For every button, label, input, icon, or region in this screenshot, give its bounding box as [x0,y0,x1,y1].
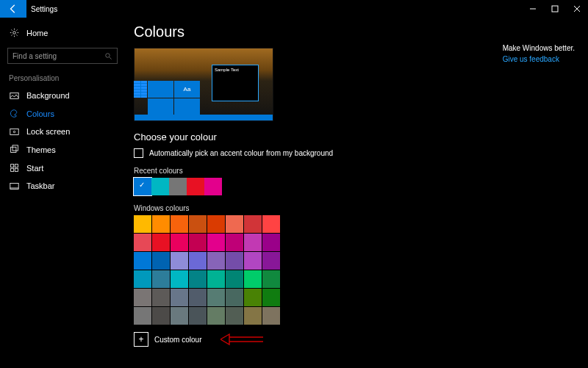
close-icon [573,5,581,12]
colour-swatch[interactable] [262,307,280,325]
colour-swatch[interactable] [189,234,207,251]
svg-rect-12 [10,165,13,167]
sidebar-item-colours[interactable]: Colours [3,104,122,123]
sidebar-item-themes[interactable]: Themes [3,140,122,159]
sidebar-item-lockscreen[interactable]: Lock screen [3,123,122,140]
colour-swatch[interactable] [207,234,225,251]
sidebar-item-label: Colours [26,109,54,118]
colour-swatch[interactable] [134,234,151,251]
gear-icon [9,28,19,37]
home-nav[interactable]: Home [3,24,122,42]
colour-swatch[interactable] [152,234,170,251]
maximize-icon [551,5,559,12]
colour-swatch[interactable] [262,270,280,288]
feedback-panel: Make Windows better. Give us feedback [503,44,575,63]
colour-swatch[interactable] [207,270,225,288]
svg-point-9 [13,131,15,132]
search-input[interactable]: Find a setting [7,48,118,64]
annotation-arrow-icon [220,333,265,346]
home-label: Home [26,29,48,37]
recent-colour-swatch[interactable] [134,178,151,195]
colour-swatch[interactable] [244,289,262,306]
minimize-button[interactable] [522,0,544,18]
colour-swatch[interactable] [152,307,170,325]
colour-swatch[interactable] [262,289,280,306]
sidebar: Home Find a setting Personalisation Back… [0,18,125,368]
colour-swatch[interactable] [244,270,262,288]
colour-swatch[interactable] [171,270,188,288]
checkbox-icon [134,148,143,158]
colour-swatch[interactable] [207,289,225,306]
give-feedback-link[interactable]: Give us feedback [503,55,575,63]
colour-swatch[interactable] [171,234,188,251]
svg-marker-20 [220,334,229,344]
sidebar-item-start[interactable]: Start [3,159,122,177]
colour-swatch[interactable] [134,289,151,306]
recent-colour-swatch[interactable] [204,178,222,195]
recent-colour-swatch[interactable] [151,178,169,195]
svg-point-5 [106,53,110,57]
colour-swatch[interactable] [226,215,243,233]
close-button[interactable] [566,0,588,18]
colour-swatch[interactable] [189,252,207,270]
custom-colour-button[interactable]: + [134,332,148,347]
content-area: Colours Aa Sample Text Choose your colou… [125,18,588,368]
svg-rect-8 [10,129,18,134]
svg-rect-15 [15,168,18,171]
colour-swatch[interactable] [189,289,207,306]
colour-swatch[interactable] [244,307,262,325]
colour-swatch[interactable] [226,289,243,306]
colour-swatch[interactable] [189,270,207,288]
colour-swatch[interactable] [244,252,262,270]
colour-swatch[interactable] [134,252,151,270]
auto-pick-label: Automatically pick an accent colour from… [149,149,333,157]
svg-rect-14 [10,168,13,171]
colour-swatch[interactable] [171,252,188,270]
colour-swatch[interactable] [226,270,243,288]
sidebar-item-label: Start [26,164,43,173]
colour-swatch[interactable] [262,234,280,251]
back-button[interactable] [0,0,26,18]
colour-swatch[interactable] [152,289,170,306]
colour-swatch[interactable] [207,252,225,270]
colour-swatch[interactable] [189,307,207,325]
sidebar-item-label: Lock screen [26,127,70,136]
colour-swatch[interactable] [262,215,280,233]
windows-colours-grid [134,215,281,325]
window-title: Settings [31,5,57,13]
maximize-button[interactable] [544,0,566,18]
recent-colour-swatch[interactable] [169,178,187,195]
colour-swatch[interactable] [244,215,262,233]
colour-swatch[interactable] [171,289,188,306]
svg-rect-11 [12,145,18,151]
colour-swatch[interactable] [207,307,225,325]
colour-swatch[interactable] [207,215,225,233]
category-label: Personalisation [3,71,122,87]
colour-swatch[interactable] [226,234,243,251]
minimize-icon [529,5,537,12]
colour-swatch[interactable] [244,234,262,251]
sidebar-item-taskbar[interactable]: Taskbar [3,177,122,195]
sidebar-item-background[interactable]: Background [3,87,122,104]
colour-swatch[interactable] [152,215,170,233]
auto-pick-checkbox[interactable]: Automatically pick an accent colour from… [134,148,573,158]
sidebar-item-label: Taskbar [26,181,55,190]
colour-swatch[interactable] [189,215,207,233]
colour-swatch[interactable] [134,215,151,233]
search-icon [104,52,112,60]
colour-swatch[interactable] [171,215,188,233]
colour-swatch[interactable] [152,252,170,270]
recent-colour-swatch[interactable] [187,178,204,195]
colour-swatch[interactable] [152,270,170,288]
colour-swatch[interactable] [226,307,243,325]
colour-swatch[interactable] [171,307,188,325]
colour-swatch[interactable] [134,307,151,325]
svg-line-6 [110,57,112,59]
colour-swatch[interactable] [262,252,280,270]
colour-preview: Aa Sample Text [134,48,273,121]
colour-swatch[interactable] [226,252,243,270]
windows-colours-heading: Windows colours [134,204,573,212]
colour-swatch[interactable] [134,270,151,288]
preview-start-tiles: Aa [134,81,200,115]
recent-colours-row [134,178,573,195]
